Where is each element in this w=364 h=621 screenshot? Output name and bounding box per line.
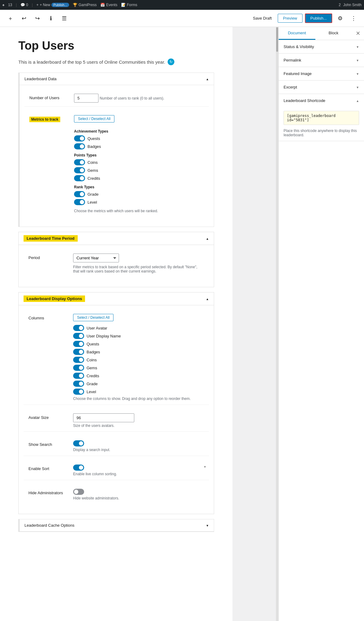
scroll-thumb <box>276 27 278 52</box>
show-search-label: Show Search <box>28 440 68 447</box>
refresh-icon[interactable]: ↻ <box>168 58 174 65</box>
user-count: 2 <box>339 3 341 7</box>
hide-administrators-toggle[interactable] <box>73 489 84 495</box>
main-layout: Top Users This is a leaderboard of the t… <box>0 27 364 621</box>
accordion-permalink: Permalink <box>279 54 364 67</box>
col-grade-toggle-row: Grade <box>73 381 204 387</box>
enable-sort-toggle[interactable] <box>73 465 84 471</box>
status-visibility-header[interactable]: Status & Visibility <box>279 40 364 53</box>
col-credits-toggle[interactable] <box>73 373 84 379</box>
quests-toggle[interactable] <box>74 135 85 141</box>
col-quests-toggle[interactable] <box>73 341 84 347</box>
undo-button[interactable]: ↩ <box>18 13 29 24</box>
admin-bar-events[interactable]: 📅 Events <box>100 3 117 7</box>
chevron-up-icon <box>206 77 209 81</box>
number-of-users-row: Number of Users Number of users to rank … <box>24 90 209 107</box>
excerpt-header[interactable]: Excerpt <box>279 81 364 94</box>
publish-button[interactable]: Publish... <box>305 13 332 23</box>
leaderboard-display-options-header[interactable]: Leaderboard Display Options <box>19 292 214 305</box>
credits-toggle[interactable] <box>74 175 85 181</box>
leaderboard-cache-options-header[interactable]: Leaderboard Cache Options <box>20 519 214 532</box>
user-avatar-toggle[interactable] <box>73 325 84 331</box>
sidebar-tabs: Document Block ✕ <box>279 27 364 40</box>
col-coins-toggle[interactable] <box>73 357 84 363</box>
leaderboard-cache-options-section: Leaderboard Cache Options <box>18 519 214 532</box>
col-credits-toggle-row: Credits <box>73 373 204 379</box>
hide-administrators-label: Hide Administrators <box>28 489 68 495</box>
accordion-excerpt: Excerpt <box>279 81 364 94</box>
admin-bar: ♠ 13 | 💬 0 | + + New Publish... 🏆 GamiPr… <box>0 0 364 10</box>
level-toggle[interactable] <box>74 199 85 205</box>
achievement-types-label: Achievement Types <box>74 129 204 134</box>
scrollbar[interactable] <box>276 27 278 621</box>
badges-toggle[interactable] <box>74 143 85 149</box>
enable-sort-row: Enable Sort Enable live column sorting. … <box>24 461 209 480</box>
editor-content: Top Users This is a leaderboard of the t… <box>0 27 232 621</box>
col-level-toggle-row: Level <box>73 389 204 395</box>
columns-row: Columns Select / Deselect All User Avata… <box>24 310 209 405</box>
gems-toggle[interactable] <box>74 167 85 173</box>
col-grade-toggle[interactable] <box>73 381 84 387</box>
sidebar-close-button[interactable]: ✕ <box>353 28 363 38</box>
editor-toolbar: ＋ ↩ ↪ ℹ ☰ Save Draft Preview Publish... … <box>0 10 364 27</box>
metrics-select-all-button[interactable]: Select / Deselect All <box>74 115 114 122</box>
number-of-users-hint: Number of users to rank (0 to all users)… <box>100 96 164 100</box>
col-gems-toggle-row: Gems <box>73 365 204 371</box>
redo-button[interactable]: ↪ <box>32 13 43 24</box>
user-avatar-toggle-row: User Avatar <box>73 325 204 331</box>
user-display-name-toggle[interactable] <box>73 333 84 339</box>
add-block-button[interactable]: ＋ <box>5 13 16 24</box>
user-display-name-toggle-row: User Display Name <box>73 333 204 339</box>
shortcode-value[interactable]: [gamipress_leaderboard id="5031"] <box>284 111 359 125</box>
leaderboard-data-section: Leaderboard Data Number of Users Number … <box>18 73 214 227</box>
achievement-types-group: Achievement Types Quests Badges <box>74 129 204 149</box>
columns-select-all-button[interactable]: Select / Deselect All <box>73 314 113 321</box>
quests-toggle-row: Quests <box>74 135 204 141</box>
leaderboard-shortcode-header[interactable]: Leaderboard Shortcode <box>279 94 364 107</box>
period-select[interactable]: None Current Day Current Week Current Mo… <box>73 254 119 262</box>
admin-bar-gamipress[interactable]: 🏆 GamiPress <box>73 3 97 7</box>
period-label: Period <box>28 254 68 260</box>
leaderboard-time-period-header[interactable]: Leaderboard Time Period <box>19 232 214 245</box>
info-button[interactable]: ℹ <box>45 13 56 24</box>
avatar-size-hint: Size of the users avatars. <box>73 423 204 428</box>
avatar-size-input[interactable] <box>73 413 134 422</box>
display-options-chevron-up-icon <box>206 296 209 301</box>
status-visibility-label: Status & Visibility <box>284 44 314 49</box>
leaderboard-data-header[interactable]: Leaderboard Data <box>20 73 214 85</box>
post-description: This is a leaderboard of the top 5 users… <box>18 58 214 65</box>
show-search-control: Display a search input. <box>73 440 204 452</box>
tab-document[interactable]: Document <box>279 27 315 40</box>
section-title: Leaderboard Data <box>24 77 57 81</box>
columns-label: Columns <box>28 314 68 320</box>
show-search-toggle[interactable] <box>73 440 84 446</box>
list-view-button[interactable]: ☰ <box>59 13 70 24</box>
featured-image-header[interactable]: Featured Image <box>279 67 364 80</box>
points-types-group: Points Types Coins Gems Cr <box>74 153 204 181</box>
admin-bar-new[interactable]: + + New Publish... <box>36 3 69 7</box>
number-of-users-input[interactable] <box>74 94 98 103</box>
more-options-button[interactable]: ⋮ <box>348 13 359 24</box>
col-badges-toggle[interactable] <box>73 349 84 355</box>
post-title[interactable]: Top Users <box>18 39 214 52</box>
avatar-size-label: Avatar Size <box>28 413 68 420</box>
metrics-control: Select / Deselect All Achievement Types … <box>74 115 204 213</box>
permalink-header[interactable]: Permalink <box>279 54 364 67</box>
cache-options-title: Leaderboard Cache Options <box>24 523 74 528</box>
grade-toggle[interactable] <box>74 191 85 197</box>
coins-toggle[interactable] <box>74 159 85 165</box>
featured-image-chevron-icon <box>356 72 359 76</box>
preview-button[interactable]: Preview <box>278 14 302 23</box>
admin-bar-forms[interactable]: 📝 Forms <box>121 3 137 7</box>
save-draft-button[interactable]: Save Draft <box>249 14 275 22</box>
admin-bar-notifications: 13 <box>8 3 12 7</box>
leaderboard-shortcode-label: Leaderboard Shortcode <box>284 98 325 103</box>
leaderboard-time-period-content: Period None Current Day Current Week Cur… <box>19 245 214 287</box>
col-level-toggle[interactable] <box>73 389 84 395</box>
settings-button[interactable]: ⚙ <box>335 13 346 24</box>
tab-block[interactable]: Block <box>315 27 352 40</box>
permalink-label: Permalink <box>284 58 301 62</box>
leaderboard-display-options-content: Columns Select / Deselect All User Avata… <box>19 305 214 514</box>
rank-types-label: Rank Types <box>74 185 204 189</box>
col-gems-toggle[interactable] <box>73 365 84 371</box>
